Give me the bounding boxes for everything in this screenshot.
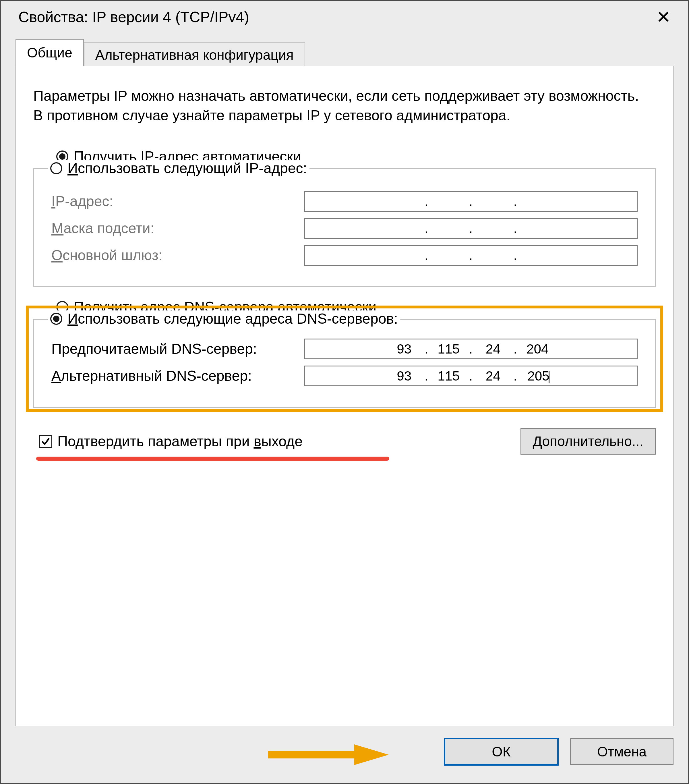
pref-dns-row: Предпочитаемый DNS-сервер: 93. 115. 24. … <box>51 339 638 359</box>
svg-marker-1 <box>354 744 389 765</box>
ip-address-row: IP-адрес: ... <box>51 191 638 212</box>
validate-wrap: Подтвердить параметры при выходе <box>39 433 303 450</box>
subnet-mask-input: ... <box>304 218 638 239</box>
dialog-window: Свойства: IP версии 4 (TCP/IPv4) ✕ Общие… <box>0 0 689 784</box>
check-icon <box>41 436 51 446</box>
footer-buttons: ОК Отмена <box>15 738 674 766</box>
ok-button[interactable]: ОК <box>444 738 559 766</box>
radio-ip-manual-label: Использовать следующий IP-адрес: <box>67 160 307 176</box>
dns-manual-row: Использовать следующие адреса DNS-сервер… <box>48 310 400 327</box>
alt-dns-label: Альтернативный DNS-сервер: <box>51 367 304 384</box>
dns-group: Использовать следующие адреса DNS-сервер… <box>33 319 656 408</box>
gateway-row: Основной шлюз: ... <box>51 245 638 266</box>
tab-strip: Общие Альтернативная конфигурация <box>15 38 674 66</box>
cancel-button[interactable]: Отмена <box>570 738 674 765</box>
close-icon[interactable]: ✕ <box>651 7 676 27</box>
pref-dns-input[interactable]: 93. 115. 24. 204 <box>304 339 638 359</box>
radio-dns-manual[interactable] <box>50 313 62 325</box>
general-panel: Параметры IP можно назначать автоматичес… <box>15 66 674 726</box>
tab-general[interactable]: Общие <box>15 39 84 66</box>
ip-address-input: ... <box>304 191 638 212</box>
gateway-input: ... <box>304 245 638 266</box>
pref-dns-label: Предпочитаемый DNS-сервер: <box>51 341 304 357</box>
intro-text: Параметры IP можно назначать автоматичес… <box>33 86 656 125</box>
checkbox-validate-label: Подтвердить параметры при выходе <box>58 433 303 450</box>
gateway-label: Основной шлюз: <box>51 247 304 264</box>
window-title: Свойства: IP версии 4 (TCP/IPv4) <box>18 8 249 26</box>
radio-dns-manual-label: Использовать следующие адреса DNS-сервер… <box>67 310 398 327</box>
subnet-mask-row: Маска подсети: ... <box>51 218 638 239</box>
alt-dns-row: Альтернативный DNS-сервер: 93. 115. 24. … <box>51 366 638 386</box>
ip-manual-row: Использовать следующий IP-адрес: <box>48 160 309 176</box>
content-area: Общие Альтернативная конфигурация Параме… <box>15 38 674 726</box>
titlebar: Свойства: IP версии 4 (TCP/IPv4) ✕ <box>1 1 688 36</box>
radio-ip-manual[interactable] <box>50 162 62 174</box>
red-underline-annotation <box>36 456 389 461</box>
tab-alternate[interactable]: Альтернативная конфигурация <box>84 43 305 68</box>
ip-address-label: IP-адрес: <box>51 193 304 210</box>
arrow-annotation <box>268 743 391 766</box>
advanced-button[interactable]: Дополнительно... <box>520 428 656 455</box>
text-cursor-icon <box>549 371 549 384</box>
ip-group: Использовать следующий IP-адрес: IP-адре… <box>33 168 656 287</box>
bottom-row: Подтвердить параметры при выходе Дополни… <box>33 428 656 455</box>
alt-dns-input[interactable]: 93. 115. 24. 205 <box>304 366 638 386</box>
svg-rect-0 <box>268 751 360 758</box>
checkbox-validate[interactable] <box>39 435 52 448</box>
subnet-mask-label: Маска подсети: <box>51 220 304 237</box>
